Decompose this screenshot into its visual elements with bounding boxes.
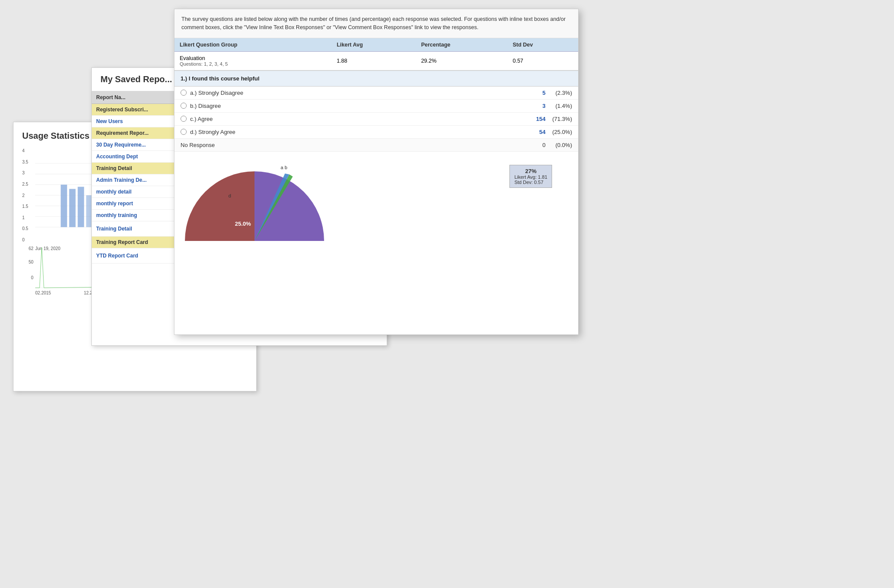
response-row-d: d.) Strongly Agree 54 (25.0%): [174, 126, 578, 139]
label-d: d.) Strongly Agree: [190, 129, 528, 135]
pie-chart-svg: a b d 25.0%: [181, 158, 328, 245]
likert-question-table: Likert Question Group Likert Avg Percent…: [174, 38, 578, 70]
link-monthly-detail[interactable]: monthly detail: [96, 189, 131, 195]
label-no-response: No Response: [181, 142, 528, 148]
likert-pct-val: 29.2%: [416, 51, 508, 70]
pct-b: (1.4%): [548, 103, 572, 109]
response-row-none: No Response 0 (0.0%): [174, 139, 578, 152]
radio-a: [181, 90, 187, 96]
svg-text:25.0%: 25.0%: [235, 220, 251, 227]
likert-col-avg: Likert Avg: [331, 38, 416, 52]
col-report-name: Report Na...: [92, 91, 183, 104]
count-d: 54: [528, 129, 546, 135]
tooltip-avg: Likert Avg: 1.81: [514, 174, 547, 180]
pct-no-response: (0.0%): [548, 142, 572, 148]
radio-c: [181, 116, 187, 122]
tooltip-std: Std Dev: 0.57: [514, 180, 547, 185]
pct-a: (2.3%): [548, 90, 572, 96]
response-row-a: a.) Strongly Disagree 5 (2.3%): [174, 87, 578, 100]
link-ytd-report-card[interactable]: YTD Report Card: [96, 253, 138, 259]
pct-c: (71.3%): [548, 116, 572, 122]
link-accounting[interactable]: Accounting Dept: [96, 154, 138, 160]
likert-questions-sub: Questions: 1, 2, 3, 4, 5: [180, 61, 326, 67]
count-b: 3: [528, 103, 546, 109]
count-c: 154: [528, 116, 546, 122]
link-monthly-training[interactable]: monthly training: [96, 212, 137, 218]
label-c: c.) Agree: [190, 116, 528, 122]
y-axis-labels: 4 3.5 3 2.5 2 1.5 1 0.5 0: [22, 147, 28, 243]
radio-b: [181, 103, 187, 109]
likert-col-group: Likert Question Group: [174, 38, 331, 52]
likert-col-std: Std Dev: [507, 38, 578, 52]
label-b: b.) Disagree: [190, 103, 528, 109]
count-a: 5: [528, 90, 546, 96]
svg-rect-8: [69, 189, 76, 227]
svg-text:a  b: a b: [281, 165, 287, 170]
radio-d: [181, 129, 187, 135]
link-monthly-report[interactable]: monthly report: [96, 200, 133, 207]
likert-row-evaluation: Evaluation Questions: 1, 2, 3, 4, 5 1.88…: [174, 51, 578, 70]
link-admin-training[interactable]: Admin Training De...: [96, 177, 147, 183]
survey-intro-text: The survey questions are listed below al…: [174, 9, 578, 38]
tooltip-pct: 27%: [514, 168, 547, 174]
count-no-response: 0: [528, 142, 546, 148]
svg-text:d: d: [228, 193, 231, 198]
likert-col-pct: Percentage: [416, 38, 508, 52]
link-30day[interactable]: 30 Day Requireme...: [96, 142, 146, 148]
likert-tooltip: 27% Likert Avg: 1.81 Std Dev: 0.57: [509, 165, 552, 188]
link-training-detail[interactable]: Training Detail: [96, 226, 132, 232]
svg-rect-9: [78, 187, 84, 227]
response-row-b: b.) Disagree 3 (1.4%): [174, 100, 578, 113]
link-new-users[interactable]: New Users: [96, 118, 123, 124]
likert-std-val: 0.57: [507, 51, 578, 70]
likert-group-name: Evaluation: [180, 55, 326, 61]
response-row-c: c.) Agree 154 (71.3%): [174, 113, 578, 126]
pct-d: (25.0%): [548, 129, 572, 135]
question-heading: 1.) I found this course helpful: [174, 70, 578, 87]
pie-chart-area: a b d 25.0% 27% Likert Avg: 1.81 Std Dev…: [174, 152, 578, 252]
survey-panel: The survey questions are listed below al…: [174, 9, 579, 335]
likert-avg-val: 1.88: [331, 51, 416, 70]
svg-rect-7: [61, 185, 67, 227]
label-a: a.) Strongly Disagree: [190, 90, 528, 96]
